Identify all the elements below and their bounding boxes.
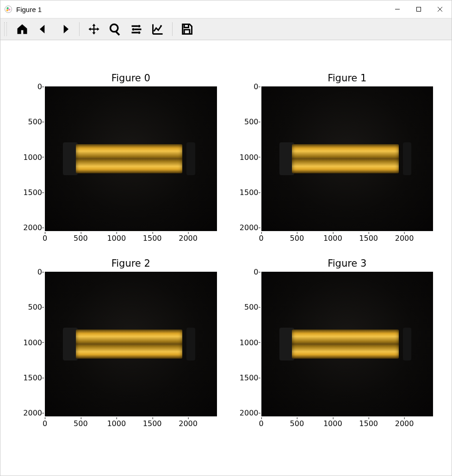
plotted-image: [261, 86, 433, 231]
svg-point-1: [6, 7, 9, 10]
axes-image[interactable]: [261, 86, 433, 231]
x-ticks: 0500100015002000: [45, 418, 217, 429]
y-ticks: 0500100015002000: [235, 86, 260, 231]
svg-point-0: [5, 6, 12, 13]
window-titlebar: Figure 1: [0, 0, 452, 18]
plotted-image: [261, 272, 433, 416]
x-tick-label: 500: [290, 419, 304, 428]
plotted-image: [45, 272, 217, 416]
x-tick-label: 2000: [179, 234, 198, 243]
y-tick-label: 1000: [235, 338, 259, 347]
x-tick-label: 0: [259, 419, 263, 428]
y-tick-label: 0: [19, 268, 42, 276]
y-tick-label: 1500: [19, 373, 42, 382]
y-tick-label: 1000: [19, 153, 42, 161]
svg-point-11: [132, 28, 134, 31]
toolbar-separator: [79, 22, 80, 36]
y-tick-label: 1500: [235, 373, 259, 382]
x-tick-label: 2000: [179, 419, 198, 428]
y-ticks: 0500100015002000: [235, 272, 260, 416]
x-tick-label: 2000: [395, 419, 414, 428]
y-tick-label: 0: [235, 82, 259, 91]
y-tick-label: 2000: [19, 223, 42, 232]
y-tick-label: 1000: [19, 338, 42, 347]
figure-canvas[interactable]: Figure 005001000150020000500100015002000…: [0, 40, 452, 476]
svg-rect-14: [184, 30, 190, 34]
y-tick-label: 2000: [19, 409, 42, 417]
x-tick-label: 0: [43, 234, 47, 243]
y-tick-label: 500: [235, 117, 259, 126]
x-tick-label: 1000: [323, 234, 342, 243]
window-title: Figure 1: [16, 6, 42, 13]
edit-axis-button[interactable]: [150, 21, 166, 37]
x-tick-label: 2000: [395, 234, 414, 243]
x-tick-label: 1500: [359, 234, 378, 243]
plotted-image: [45, 86, 217, 231]
svg-point-2: [8, 9, 11, 11]
svg-rect-13: [184, 24, 188, 28]
svg-point-10: [138, 25, 140, 27]
maximize-button[interactable]: [408, 0, 429, 18]
axes-image[interactable]: [45, 272, 217, 416]
toolbar-separator: [172, 22, 173, 36]
y-tick-label: 500: [19, 117, 42, 126]
svg-point-8: [111, 24, 118, 32]
y-tick-label: 2000: [235, 223, 259, 232]
x-tick-label: 1000: [107, 419, 126, 428]
app-icon: [4, 5, 12, 13]
x-tick-label: 1500: [143, 419, 162, 428]
axes-image[interactable]: [45, 86, 217, 231]
svg-point-3: [6, 9, 9, 12]
subplot-2: Figure 205001000150020000500100015002000: [19, 272, 217, 429]
y-tick-label: 500: [19, 303, 42, 311]
back-button[interactable]: [36, 21, 51, 37]
configure-subplots-button[interactable]: [129, 21, 144, 37]
save-button[interactable]: [179, 21, 195, 37]
x-tick-label: 500: [74, 419, 88, 428]
y-tick-label: 1000: [235, 153, 259, 161]
x-tick-label: 1500: [143, 234, 162, 243]
x-tick-label: 0: [259, 234, 263, 243]
x-tick-label: 0: [43, 419, 47, 428]
subplot-1: Figure 105001000150020000500100015002000: [235, 86, 433, 244]
y-ticks: 0500100015002000: [19, 86, 43, 231]
zoom-button[interactable]: [107, 21, 123, 37]
axes-image[interactable]: [261, 272, 433, 416]
subplot-3: Figure 305001000150020000500100015002000: [235, 272, 433, 429]
toolbar-grip: [4, 22, 7, 36]
svg-rect-5: [417, 7, 421, 12]
subplot-title: Figure 0: [45, 73, 217, 84]
home-button[interactable]: [14, 21, 30, 37]
x-ticks: 0500100015002000: [45, 233, 217, 244]
y-tick-label: 1500: [235, 188, 259, 197]
y-tick-label: 2000: [235, 409, 259, 417]
x-tick-label: 500: [74, 234, 88, 243]
x-tick-label: 1500: [359, 419, 378, 428]
matplotlib-toolbar: [0, 18, 452, 40]
x-tick-label: 1000: [107, 234, 126, 243]
y-tick-label: 1500: [19, 188, 42, 197]
x-ticks: 0500100015002000: [261, 233, 433, 244]
subplot-title: Figure 2: [45, 258, 217, 269]
y-tick-label: 0: [235, 268, 259, 276]
x-tick-label: 1000: [323, 419, 342, 428]
y-ticks: 0500100015002000: [19, 272, 43, 416]
subplot-title: Figure 3: [261, 258, 433, 269]
subplot-0: Figure 005001000150020000500100015002000: [19, 86, 217, 244]
close-button[interactable]: [429, 0, 451, 18]
x-tick-label: 500: [290, 234, 304, 243]
svg-point-12: [138, 31, 140, 34]
y-tick-label: 0: [19, 82, 42, 91]
forward-button[interactable]: [57, 21, 73, 37]
y-tick-label: 500: [235, 303, 259, 311]
x-ticks: 0500100015002000: [261, 418, 433, 429]
subplot-title: Figure 1: [261, 73, 433, 84]
svg-rect-9: [115, 31, 120, 36]
pan-button[interactable]: [86, 21, 102, 37]
minimize-button[interactable]: [387, 0, 408, 18]
